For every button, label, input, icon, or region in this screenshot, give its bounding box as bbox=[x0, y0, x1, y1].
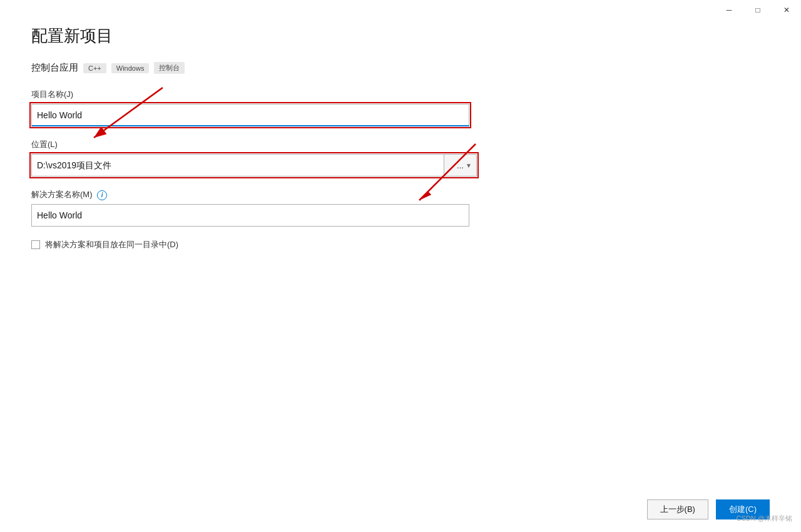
checkbox-row: 将解决方案和项目放在同一目录中(D) bbox=[31, 239, 770, 250]
solution-name-input[interactable] bbox=[31, 204, 469, 227]
location-label: 位置(L) bbox=[31, 139, 770, 150]
browse-button[interactable]: ... bbox=[444, 154, 477, 176]
tag-windows: Windows bbox=[111, 63, 150, 73]
same-directory-label[interactable]: 将解决方案和项目放在同一目录中(D) bbox=[45, 239, 178, 250]
subtitle-row: 控制台应用 C++ Windows 控制台 bbox=[31, 62, 770, 74]
location-select[interactable]: D:\vs2019项目文件 bbox=[31, 154, 444, 176]
tag-console: 控制台 bbox=[154, 62, 185, 74]
solution-name-group: 解决方案名称(M) i bbox=[31, 189, 770, 227]
location-input-wrapper: D:\vs2019项目文件 ▼ ... bbox=[31, 154, 477, 176]
back-button[interactable]: 上一步(B) bbox=[647, 499, 708, 519]
main-content: 配置新项目 控制台应用 C++ Windows 控制台 项目名称(J) 位置(L… bbox=[31, 25, 770, 494]
subtitle-label: 控制台应用 bbox=[31, 62, 78, 74]
project-name-wrapper bbox=[31, 104, 469, 126]
project-name-label: 项目名称(J) bbox=[31, 89, 770, 100]
project-name-group: 项目名称(J) bbox=[31, 89, 770, 126]
page-title: 配置新项目 bbox=[31, 25, 770, 47]
tag-cpp: C++ bbox=[83, 63, 106, 73]
minimize-button[interactable]: ─ bbox=[715, 0, 743, 20]
location-group: 位置(L) D:\vs2019项目文件 ▼ ... bbox=[31, 139, 770, 176]
close-button[interactable]: ✕ bbox=[772, 0, 801, 20]
project-name-input[interactable] bbox=[31, 104, 469, 126]
watermark: CSDN @木样辛铭 bbox=[737, 514, 792, 523]
same-directory-checkbox[interactable] bbox=[31, 240, 40, 249]
info-icon[interactable]: i bbox=[97, 190, 107, 200]
solution-name-label: 解决方案名称(M) i bbox=[31, 189, 770, 200]
maximize-button[interactable]: □ bbox=[743, 0, 772, 20]
title-bar: ─ □ ✕ bbox=[715, 0, 801, 20]
